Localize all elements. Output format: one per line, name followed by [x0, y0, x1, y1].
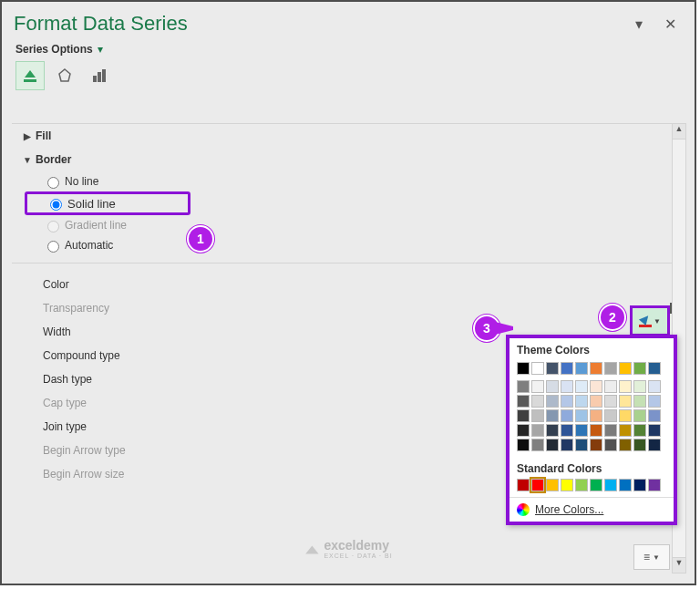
color-swatch[interactable] [531, 380, 544, 393]
color-swatch[interactable] [517, 409, 530, 422]
color-swatch[interactable] [575, 409, 588, 422]
color-swatch[interactable] [604, 395, 617, 408]
color-swatch[interactable] [546, 479, 559, 491]
color-swatch[interactable] [648, 424, 661, 437]
color-swatch[interactable] [604, 409, 617, 422]
color-swatch[interactable] [619, 424, 632, 437]
color-swatch[interactable] [590, 424, 602, 437]
fill-section[interactable]: ▶ Fill [12, 124, 674, 148]
color-swatch[interactable] [561, 409, 573, 422]
color-swatch[interactable] [590, 395, 602, 408]
series-options-label[interactable]: Series Options [15, 43, 93, 56]
more-colors[interactable]: More Colors... [510, 497, 674, 522]
color-swatch[interactable] [546, 409, 559, 422]
color-swatch[interactable] [633, 362, 646, 375]
close-button[interactable]: ✕ [659, 13, 681, 35]
svg-marker-1 [59, 69, 70, 81]
color-swatch[interactable] [604, 380, 617, 393]
color-swatch[interactable] [619, 439, 632, 451]
scroll-up[interactable]: ▲ [673, 124, 685, 140]
radio-gradient-line: Gradient line [12, 215, 674, 235]
paragraph-options[interactable]: ≡ ▼ [633, 544, 670, 570]
color-swatch[interactable] [575, 395, 588, 408]
series-options-tab[interactable] [85, 61, 114, 90]
task-pane-options[interactable]: ▾ [628, 13, 650, 35]
annotation-step-1: 1 [187, 225, 214, 253]
color-swatch[interactable] [561, 395, 573, 408]
color-swatch[interactable] [590, 380, 602, 393]
border-color-dropdown[interactable]: ▼ [630, 305, 670, 336]
color-swatch[interactable] [561, 424, 573, 437]
effects-tab[interactable] [50, 61, 79, 90]
color-swatch[interactable] [517, 479, 530, 491]
radio-automatic[interactable]: Automatic [12, 235, 674, 255]
color-swatch[interactable] [531, 439, 544, 451]
color-swatch[interactable] [633, 395, 646, 408]
color-swatch[interactable] [619, 409, 632, 422]
color-swatch[interactable] [604, 439, 617, 451]
color-swatch[interactable] [561, 439, 573, 451]
pencil-icon [639, 313, 652, 326]
color-swatch[interactable] [546, 439, 559, 451]
color-swatch[interactable] [590, 439, 602, 451]
color-swatch[interactable] [546, 380, 559, 393]
radio-solid-line[interactable]: Solid line [67, 197, 116, 211]
color-swatch[interactable] [590, 362, 602, 375]
standard-colors-title: Standard Colors [510, 457, 674, 479]
color-swatch[interactable] [546, 362, 559, 375]
color-swatch[interactable] [546, 395, 559, 408]
color-swatch[interactable] [604, 424, 617, 437]
radio-automatic-input[interactable] [47, 241, 59, 253]
color-swatch[interactable] [575, 380, 588, 393]
radio-gradient-line-input [47, 221, 59, 232]
color-swatch[interactable] [648, 362, 661, 375]
color-swatch[interactable] [517, 380, 530, 393]
scroll-down[interactable]: ▼ [673, 557, 685, 573]
color-swatch[interactable] [575, 362, 588, 375]
prop-color[interactable]: Color [12, 273, 674, 296]
color-swatch[interactable] [619, 395, 632, 408]
color-swatch[interactable] [648, 380, 661, 393]
color-swatch[interactable] [517, 362, 530, 375]
color-swatch[interactable] [517, 424, 530, 437]
color-swatch[interactable] [531, 409, 544, 422]
chevron-down-icon[interactable]: ▾ [98, 43, 103, 56]
color-swatch[interactable] [604, 362, 617, 375]
color-swatch[interactable] [590, 479, 602, 491]
color-swatch[interactable] [633, 479, 646, 491]
radio-no-line[interactable]: No line [12, 171, 674, 191]
border-section[interactable]: ▼ Border [12, 148, 674, 171]
color-swatch[interactable] [531, 395, 544, 408]
color-swatch[interactable] [648, 439, 661, 451]
radio-solid-line-input[interactable] [50, 199, 62, 211]
color-swatch[interactable] [561, 380, 573, 393]
color-swatch[interactable] [633, 424, 646, 437]
annotation-step-3: 3 [473, 315, 500, 342]
color-swatch[interactable] [561, 479, 573, 491]
color-swatch[interactable] [633, 439, 646, 451]
color-swatch[interactable] [648, 395, 661, 408]
color-swatch[interactable] [561, 362, 573, 375]
pane-title: Format Data Series [14, 12, 619, 36]
color-swatch[interactable] [531, 479, 544, 491]
radio-no-line-input[interactable] [47, 177, 59, 189]
color-swatch[interactable] [531, 362, 544, 375]
color-swatch[interactable] [633, 380, 646, 393]
fill-line-tab[interactable] [15, 61, 45, 90]
color-swatch[interactable] [517, 439, 530, 451]
color-swatch[interactable] [590, 409, 602, 422]
color-swatch[interactable] [546, 424, 559, 437]
color-swatch[interactable] [517, 395, 530, 408]
color-swatch[interactable] [648, 479, 661, 491]
color-swatch[interactable] [619, 479, 632, 491]
color-swatch[interactable] [619, 380, 632, 393]
color-swatch[interactable] [604, 479, 617, 491]
color-swatch[interactable] [575, 439, 588, 451]
color-swatch[interactable] [619, 362, 632, 375]
color-swatch[interactable] [648, 409, 661, 422]
color-swatch[interactable] [575, 479, 588, 491]
chevron-down-icon: ▼ [23, 155, 32, 165]
color-swatch[interactable] [531, 424, 544, 437]
color-swatch[interactable] [575, 424, 588, 437]
color-swatch[interactable] [633, 409, 646, 422]
